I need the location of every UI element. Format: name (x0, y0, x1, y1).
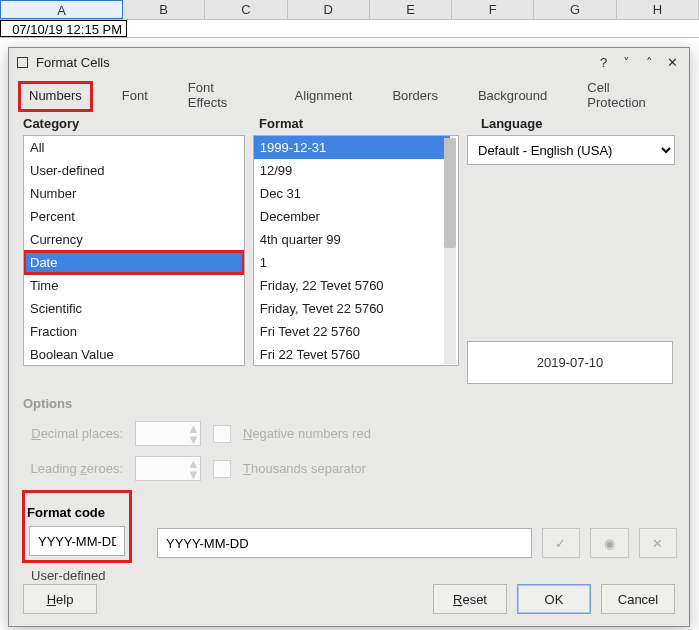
category-item-time[interactable]: Time (24, 274, 244, 297)
chevron-down-icon[interactable]: ˅ (618, 54, 635, 71)
apply-code-button[interactable]: ✓ (542, 528, 580, 558)
check-icon: ✓ (555, 536, 566, 551)
scrollbar-thumb[interactable] (444, 138, 456, 248)
category-item-user-defined[interactable]: User-defined (24, 159, 244, 182)
format-item[interactable]: 4th quarter 99 (254, 228, 450, 251)
help-button[interactable]: Help (23, 584, 97, 614)
tab-alignment[interactable]: Alignment (285, 82, 363, 111)
negative-red-checkbox (213, 425, 231, 443)
titlebar-help-button[interactable]: ? (595, 54, 612, 71)
options-label: Options (23, 396, 675, 411)
format-label: Format (259, 116, 481, 131)
category-item-date[interactable]: Date (24, 251, 244, 274)
category-item-currency[interactable]: Currency (24, 228, 244, 251)
row-1: 07/10/19 12:15 PM (0, 20, 699, 38)
category-item-percent[interactable]: Percent (24, 205, 244, 228)
format-item[interactable]: Friday, 22 Tevet 5760 (254, 274, 450, 297)
close-icon[interactable]: ✕ (664, 54, 681, 71)
category-item-all[interactable]: All (24, 136, 244, 159)
format-item[interactable]: 1 (254, 251, 450, 274)
column-headers: ABCDEFGH (0, 0, 699, 20)
x-icon: ✕ (652, 536, 663, 551)
format-listbox[interactable]: 1999-12-3112/99Dec 31December4th quarter… (253, 135, 459, 366)
column-header-d[interactable]: D (288, 0, 370, 19)
user-defined-label: User-defined (23, 568, 675, 583)
format-cells-dialog: Format Cells ? ˅ ˄ ✕ NumbersFontFont Eff… (8, 47, 690, 627)
category-label: Category (23, 116, 259, 131)
format-scrollbar[interactable] (444, 138, 456, 364)
chevron-up-icon[interactable]: ˄ (641, 54, 658, 71)
language-select-wrap: Default - English (USA) (467, 135, 675, 165)
category-item-boolean-value[interactable]: Boolean Value (24, 343, 244, 366)
decimal-places-label: Decimal places: (23, 426, 123, 441)
tab-bar: NumbersFontFont EffectsAlignmentBordersB… (9, 76, 689, 112)
column-header-h[interactable]: H (617, 0, 699, 19)
column-header-b[interactable]: B (123, 0, 205, 19)
format-code-input-visible[interactable] (29, 526, 125, 556)
preview-box: 2019-07-10 (467, 341, 673, 384)
format-code-label: Format code (23, 503, 109, 522)
format-item[interactable]: 1999-12-31 (254, 136, 450, 159)
language-label: Language (481, 116, 542, 131)
dialog-title: Format Cells (36, 55, 110, 70)
edit-comment-button[interactable]: ◉ (590, 528, 628, 558)
decimal-places-stepper: ▲▼ (135, 421, 201, 446)
ok-button[interactable]: OK (517, 584, 591, 614)
category-item-fraction[interactable]: Fraction (24, 320, 244, 343)
category-listbox[interactable]: AllUser-definedNumberPercentCurrencyDate… (23, 135, 245, 366)
dialog-footer: Help Reset OK Cancel (23, 584, 675, 614)
column-header-a[interactable]: A (0, 0, 123, 19)
delete-code-button[interactable]: ✕ (639, 528, 677, 558)
format-item[interactable]: December (254, 205, 450, 228)
category-item-number[interactable]: Number (24, 182, 244, 205)
leading-zeroes-stepper: ▲▼ (135, 456, 201, 481)
cancel-button[interactable]: Cancel (601, 584, 675, 614)
spreadsheet: ABCDEFGH 07/10/19 12:15 PM (0, 0, 699, 46)
leading-zeroes-label: Leading zeroes: (23, 461, 123, 476)
column-header-g[interactable]: G (534, 0, 616, 19)
format-item[interactable]: 12/99 (254, 159, 450, 182)
cell-a1[interactable]: 07/10/19 12:15 PM (0, 20, 127, 37)
column-header-f[interactable]: F (452, 0, 534, 19)
tab-font-effects[interactable]: Font Effects (178, 74, 265, 118)
column-header-e[interactable]: E (370, 0, 452, 19)
format-item[interactable]: Dec 31 (254, 182, 450, 205)
tab-font[interactable]: Font (112, 82, 158, 111)
negative-red-label: Negative numbers red (243, 426, 371, 441)
tab-background[interactable]: Background (468, 82, 557, 111)
format-item[interactable]: Fri 22 Tevet 5760 (254, 343, 450, 366)
tab-numbers[interactable]: Numbers (19, 82, 92, 111)
column-header-c[interactable]: C (205, 0, 287, 19)
eye-icon: ◉ (604, 536, 615, 551)
format-item[interactable]: Friday, Tevet 22 5760 (254, 297, 450, 320)
app-icon (17, 57, 28, 68)
category-item-scientific[interactable]: Scientific (24, 297, 244, 320)
dialog-titlebar: Format Cells ? ˅ ˄ ✕ (9, 48, 689, 76)
tab-cell-protection[interactable]: Cell Protection (577, 74, 679, 118)
tab-borders[interactable]: Borders (382, 82, 448, 111)
language-select[interactable]: Default - English (USA) (467, 135, 675, 165)
thousands-sep-label: Thousands separator (243, 461, 366, 476)
reset-button[interactable]: Reset (433, 584, 507, 614)
format-item[interactable]: Fri Tevet 22 5760 (254, 320, 450, 343)
thousands-sep-checkbox (213, 460, 231, 478)
format-code-input[interactable] (157, 528, 532, 558)
